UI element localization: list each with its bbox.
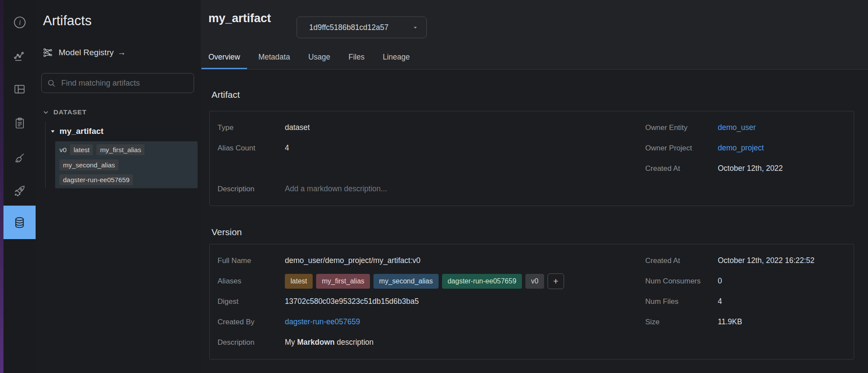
version-dropdown[interactable]: 1d9ffc5186b81cd12a57 (297, 17, 427, 38)
search-input[interactable] (60, 78, 188, 88)
tab-label: Lineage (383, 53, 409, 62)
alias-chip[interactable]: v0 (525, 274, 544, 289)
row-label: Alias Count (218, 144, 285, 153)
row-owner-entity: Owner Entity demo_user (645, 117, 854, 138)
version-description-value[interactable]: My Markdown description (285, 338, 645, 347)
caret-down-icon (413, 25, 418, 30)
description-text: description (335, 338, 374, 346)
version-tag: my_first_alias (96, 144, 145, 155)
section-heading-version: Version (211, 227, 854, 237)
artifact-panel-right: Owner Entity demo_user Owner Project dem… (645, 117, 854, 179)
row-value: 0 (718, 276, 854, 286)
tree-group-label: DATASET (53, 108, 87, 116)
row-num-consumers: Num Consumers 0 (645, 271, 854, 291)
alias-chip[interactable]: latest (285, 274, 313, 289)
overview-content: Artifact Type dataset Alias Count 4 Desc… (201, 70, 868, 373)
add-alias-button[interactable]: + (548, 273, 564, 289)
tab-label: Metadata (258, 53, 290, 62)
row-spacer (218, 158, 645, 179)
rail-item-logs[interactable] (3, 110, 36, 136)
tab-lineage[interactable]: Lineage (376, 45, 416, 69)
description-text: My (285, 338, 297, 346)
artifact-search[interactable] (41, 73, 194, 93)
tab-label: Usage (308, 53, 330, 62)
row-value: demo_user/demo_project/my_artifact:v0 (285, 256, 645, 265)
row-num-files: Num Files 4 (645, 291, 854, 312)
wallpaper-edge (0, 0, 3, 373)
rail-item-launch[interactable] (3, 178, 36, 203)
main-panel: my_artifact 1d9ffc5186b81cd12a57 Overvie… (201, 0, 868, 373)
row-value: dataset (285, 123, 645, 132)
row-created-by: Created By dagster-run-ee057659 (218, 312, 645, 332)
page-title: my_artifact (208, 12, 271, 25)
rail-item-sweeps[interactable] (3, 145, 36, 170)
main-header: my_artifact 1d9ffc5186b81cd12a57 Overvie… (201, 0, 868, 70)
row-owner-project: Owner Project demo_project (645, 138, 854, 158)
alias-chip-list: latest my_first_alias my_second_alias da… (285, 273, 645, 289)
row-value: 4 (285, 143, 645, 153)
alias-chip[interactable]: dagster-run-ee057659 (442, 274, 522, 289)
version-tag-line: v0 latest my_first_alias (59, 144, 193, 155)
sidebar-title: Artifacts (43, 13, 92, 29)
row-label: Created At (645, 256, 718, 265)
tab-metadata[interactable]: Metadata (251, 45, 297, 69)
row-value: October 12th, 2022 16:22:52 (718, 256, 854, 265)
row-label: Num Files (645, 297, 718, 306)
clipboard-icon (13, 117, 26, 130)
tab-label: Files (349, 53, 365, 62)
tab-files[interactable]: Files (342, 45, 372, 69)
tree-version-item-selected[interactable]: v0 latest my_first_alias my_second_alias… (55, 141, 198, 188)
description-bold-text: Markdown (297, 338, 335, 346)
version-tag: my_second_alias (59, 160, 119, 170)
created-by-run-link[interactable]: dagster-run-ee057659 (285, 317, 360, 326)
info-icon: i (13, 15, 27, 30)
row-value: 4 (718, 297, 854, 306)
row-description: Description Add a markdown description..… (218, 179, 645, 199)
line-chart-icon (13, 49, 26, 63)
alias-chip[interactable]: my_second_alias (373, 274, 439, 289)
tab-usage[interactable]: Usage (301, 45, 337, 69)
owner-project-link[interactable]: demo_project (718, 143, 764, 152)
model-registry-icon (43, 47, 53, 58)
tree-node-label: my_artifact (59, 127, 103, 136)
tab-bar: Overview Metadata Usage Files Lineage (201, 45, 417, 69)
row-label: Num Consumers (645, 277, 718, 286)
row-alias-count: Alias Count 4 (218, 138, 645, 158)
artifacts-sidebar: Artifacts Model Registry → (36, 0, 201, 373)
rail-item-artifacts[interactable] (3, 206, 36, 239)
row-type: Type dataset (218, 117, 645, 138)
table-panels-icon (13, 83, 26, 96)
alias-chip[interactable]: my_first_alias (316, 274, 370, 289)
owner-entity-link[interactable]: demo_user (718, 123, 756, 132)
model-registry-label: Model Registry (59, 48, 114, 57)
rail-item-tables[interactable] (3, 77, 36, 102)
row-version-created-at: Created At October 12th, 2022 16:22:52 (645, 250, 854, 271)
row-full-name: Full Name demo_user/demo_project/my_arti… (218, 250, 645, 271)
tree-node-my-artifact[interactable]: my_artifact (50, 126, 103, 137)
rail-item-overview[interactable]: i (3, 10, 36, 35)
row-created-at: Created At October 12th, 2022 (645, 158, 854, 179)
artifact-panel: Type dataset Alias Count 4 Description A… (209, 111, 854, 206)
version-panel-right: Created At October 12th, 2022 16:22:52 N… (645, 250, 854, 332)
rail-item-workspace[interactable] (3, 43, 36, 68)
version-dropdown-value: 1d9ffc5186b81cd12a57 (309, 23, 389, 32)
search-icon (47, 79, 56, 88)
tab-overview[interactable]: Overview (201, 45, 247, 69)
row-size: Size 11.9KB (645, 312, 854, 332)
version-tag: dagster-run-ee057659 (59, 174, 133, 185)
icon-rail: i (3, 0, 36, 373)
version-tag-line: dagster-run-ee057659 (59, 174, 193, 185)
row-label: Type (218, 123, 285, 132)
app-window: i (0, 0, 868, 373)
row-label: Owner Entity (645, 123, 718, 132)
database-icon (13, 216, 26, 229)
rocket-icon (13, 184, 26, 198)
description-placeholder[interactable]: Add a markdown description... (285, 184, 645, 193)
version-tag: latest (70, 144, 93, 155)
tab-label: Overview (208, 53, 240, 62)
tree-group-dataset[interactable]: DATASET (43, 107, 87, 117)
row-label: Created At (645, 164, 718, 173)
row-aliases: Aliases latest my_first_alias my_second_… (218, 271, 645, 291)
section-heading-artifact: Artifact (211, 90, 854, 100)
model-registry-link[interactable]: Model Registry → (43, 45, 126, 60)
